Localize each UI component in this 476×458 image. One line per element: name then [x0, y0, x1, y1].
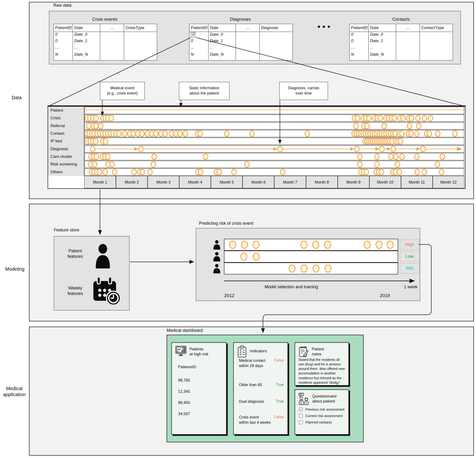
- timeline-row-label: IP bed: [48, 137, 84, 145]
- patient-notes-text: Stated that the residents all use drugs …: [298, 357, 346, 385]
- risk-labels-column: High Low Mid: [400, 239, 420, 275]
- patient-id: 34,567: [178, 412, 190, 416]
- table-cell: [124, 32, 157, 38]
- column-header: ...: [236, 24, 260, 32]
- table-cell: [420, 32, 453, 38]
- table-title: Contacts: [349, 17, 453, 24]
- questionnaire-item[interactable]: Current risk assessment: [299, 414, 347, 418]
- table-cell: ...: [350, 45, 369, 52]
- person-icon: [211, 251, 222, 263]
- table-cell: Date_0: [369, 32, 396, 38]
- table-cell: [100, 45, 124, 52]
- predicting-risk-box: High Low Mid Model selection and trainin…: [196, 228, 420, 301]
- questionnaire-panel-title: Questionnaire about patient: [312, 393, 337, 404]
- risk-label-bracket: High: [400, 239, 420, 250]
- questionnaire-item[interactable]: Planned contacts: [299, 420, 347, 424]
- column-header: PatientID: [350, 24, 369, 32]
- doctor-patient-icon: [298, 393, 309, 405]
- column-header: Date: [208, 24, 236, 32]
- column-header: ...: [396, 24, 420, 32]
- annotation-medical-event: Medical event (e.g., crisis event): [100, 82, 145, 100]
- medical-dashboard-label: Medical dashboard: [167, 328, 203, 333]
- patients-panel-title: Patients at high risk: [189, 346, 208, 357]
- table-cell: Date_1: [208, 38, 236, 45]
- risk-label-bracket: Mid: [400, 263, 420, 273]
- timeline-month-cell: Month 5: [211, 176, 243, 188]
- tables-ellipsis: •••: [309, 22, 340, 31]
- table-cell: [396, 32, 420, 38]
- feature-store-label: Feature store: [54, 228, 79, 233]
- feature-store-box: Patient features Weekly features: [54, 236, 129, 310]
- column-header: PatientID: [54, 24, 73, 32]
- table-cell: ...: [208, 45, 236, 52]
- indicators-panel: Indicators Medical contactwithin 28 days…: [233, 342, 288, 435]
- risk-rows-area: [224, 239, 398, 274]
- timeline-row-label: Crisis: [48, 114, 84, 122]
- data-table: PatientIDDate...Diagnose0Date_00Date_1..…: [189, 24, 293, 60]
- annotation-line: over time: [280, 90, 328, 96]
- questionnaire-item-label: Previous risk assessment: [305, 407, 344, 411]
- figure-canvas: Data Modeling Medical application Raw da…: [0, 0, 476, 458]
- timeline-plot-area: [84, 107, 464, 176]
- timeline-month-cell: Month 10: [369, 176, 401, 188]
- table-cell: Date_N: [369, 52, 396, 60]
- table-cell: [236, 38, 260, 45]
- indicator-label: Medical contactwithin 28 days: [239, 358, 274, 368]
- person-icon: [95, 243, 111, 269]
- patient-id-list: 98,76512,34598,45034,567: [178, 378, 190, 423]
- indicator-label: Older than 65: [239, 382, 274, 388]
- timeline-month-cell: Month 4: [179, 176, 211, 188]
- person-icon: [211, 239, 222, 251]
- column-header: Diagnose: [260, 24, 293, 32]
- table-cell: Date_0: [73, 32, 100, 38]
- checkbox-checked[interactable]: ✓: [299, 407, 303, 411]
- highlighted-cell: 0: [191, 32, 196, 37]
- table-cell: [420, 38, 453, 45]
- raw-table-contacts: ContactsPatientIDDate...ContactType0Date…: [349, 17, 453, 60]
- table-cell: [236, 32, 260, 38]
- table-title: Crisis events: [53, 17, 156, 24]
- raw-data-label: Raw data: [53, 3, 71, 8]
- risk-label-high: High: [405, 242, 414, 247]
- model-selection-label: Model selection and training: [225, 284, 358, 289]
- data-table: PatientIDDate...ContactType0Date_00Date_…: [349, 24, 453, 60]
- table-cell: Date_N: [73, 52, 100, 60]
- table-cell: N: [350, 52, 369, 60]
- indicator-value: False: [274, 358, 284, 363]
- table-cell: [100, 38, 124, 45]
- table-cell: 0: [54, 32, 73, 38]
- person-icon: [211, 263, 222, 274]
- questionnaire-panel: Questionnaire about patient ✓ Previous r…: [295, 390, 349, 435]
- indicator-value: True: [276, 399, 284, 404]
- table-title: Diagnoses: [189, 17, 291, 24]
- patient-id: 12,345: [178, 389, 190, 394]
- monitor-chart-icon: [175, 346, 187, 356]
- medical-dashboard-box: Patients at high risk PatientsID 98,7651…: [167, 335, 364, 442]
- table-cell: [100, 52, 124, 60]
- column-header: PatientID: [189, 24, 208, 32]
- table-cell: [396, 45, 420, 52]
- data-table: PatientIDDate...CrisisType0Date_00Date_1…: [53, 24, 157, 60]
- table-cell: [236, 52, 260, 60]
- patient-group-icons: [211, 239, 222, 274]
- questionnaire-item-label: Current risk assessment: [305, 414, 342, 418]
- table-cell: 0: [350, 32, 369, 38]
- annotation-diagnosis-carries: Diagnosis, carries over time: [280, 82, 328, 100]
- table-cell: 0: [189, 32, 208, 38]
- timeline-row-label: Patient: [48, 107, 84, 114]
- raw-table-diagnoses: DiagnosesPatientIDDate...Diagnose0Date_0…: [189, 17, 291, 60]
- column-header: CrisisType: [124, 24, 157, 32]
- table-cell: [124, 52, 157, 60]
- patients-at-high-risk-panel: Patients at high risk PatientsID 98,7651…: [171, 342, 227, 435]
- risk-label-low: Low: [406, 254, 414, 259]
- timeline-month-cell: Month 6: [243, 176, 274, 188]
- checkbox-unchecked[interactable]: [299, 420, 303, 424]
- year-end-label: 2019: [380, 293, 390, 298]
- year-start-label: 2012: [224, 293, 234, 298]
- timeline-month-cell: Month 7: [274, 176, 306, 188]
- table-cell: Date_1: [73, 38, 100, 45]
- timeline-row-labels: PatientCrisisReferralContactIP bedDiagno…: [48, 107, 84, 176]
- questionnaire-item[interactable]: ✓ Previous risk assessment: [299, 407, 347, 411]
- calendar-clock-icon: [92, 276, 121, 305]
- checkbox-unchecked[interactable]: [299, 414, 303, 418]
